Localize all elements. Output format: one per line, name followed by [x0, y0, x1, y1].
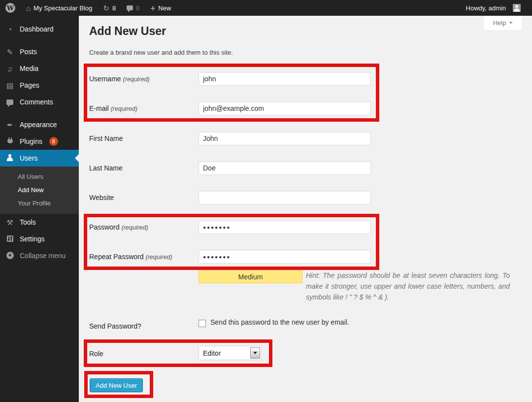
password-strength-meter: Medium: [199, 270, 302, 283]
avatar: [513, 4, 521, 12]
sidebar-item-users[interactable]: Users: [0, 150, 79, 167]
sidebar-item-label: Appearance: [20, 121, 57, 129]
new-content-menu[interactable]: + New: [145, 0, 176, 16]
user-icon: [5, 154, 15, 162]
pushpin-icon: ✎: [5, 48, 15, 56]
wordpress-menu[interactable]: W: [0, 0, 21, 16]
sidebar-item-label: Plugins: [20, 137, 42, 145]
page-title: Add New User: [89, 25, 166, 38]
new-label: New: [158, 4, 171, 12]
updates-count: 8: [112, 4, 116, 12]
sliders-icon: [5, 235, 15, 243]
sidebar-item-label: Media: [20, 65, 38, 72]
current-menu-arrow: [75, 154, 79, 162]
plus-icon: +: [150, 4, 155, 12]
comments-link[interactable]: 0: [121, 0, 145, 16]
role-selected-value: Editor: [203, 349, 221, 357]
sidebar-item-label: Tools: [20, 218, 36, 226]
comments-count: 0: [136, 4, 139, 12]
sidebar-item-tools[interactable]: ⚒ Tools: [0, 214, 79, 231]
role-label: Role: [89, 347, 197, 361]
sidebar-item-appearance[interactable]: ✒ Appearance: [0, 116, 79, 133]
my-account-menu[interactable]: Howdy, admin: [461, 0, 526, 16]
site-name-link[interactable]: ⌂ My Spectacular Blog: [21, 0, 98, 16]
site-name-label: My Spectacular Blog: [33, 4, 92, 12]
website-label: Website: [89, 191, 197, 204]
add-new-user-button[interactable]: Add New User: [90, 378, 143, 392]
send-password-checkbox-label: Send this password to the new user by em…: [210, 318, 349, 326]
submenu-item-add-new[interactable]: Add New: [0, 183, 79, 197]
comments-bubble-icon: [5, 99, 15, 106]
menu-separator: [0, 37, 79, 43]
email-label: E-mail(required): [89, 101, 197, 116]
main-content: Help Add New User Create a brand new use…: [79, 16, 532, 402]
sidebar-item-posts[interactable]: ✎ Posts: [0, 43, 79, 60]
repeat-password-input[interactable]: [199, 250, 371, 264]
sidebar-item-label: Comments: [20, 98, 53, 106]
password-label: Password(required): [89, 220, 197, 234]
help-button[interactable]: Help: [484, 16, 522, 30]
first-name-input[interactable]: [199, 132, 371, 145]
sidebar-item-label: Pages: [20, 81, 39, 89]
submenu-item-your-profile[interactable]: Your Profile: [0, 197, 79, 210]
email-input[interactable]: [199, 101, 371, 115]
brush-icon: ✒: [5, 121, 15, 129]
admin-sidebar: ◔ Dashboard ✎ Posts ♫ Media ▤ Pages Comm…: [0, 16, 79, 402]
admin-bar: W ⌂ My Spectacular Blog ↻ 8 0 + New Howd…: [0, 0, 532, 16]
pages-icon: ▤: [5, 82, 15, 89]
sidebar-item-label: Dashboard: [20, 25, 54, 33]
comment-bubble-icon: [127, 5, 133, 10]
role-select[interactable]: Editor: [199, 346, 262, 360]
sidebar-item-dashboard[interactable]: ◔ Dashboard: [0, 21, 79, 37]
wrench-icon: ⚒: [5, 219, 15, 226]
sidebar-item-plugins[interactable]: Plugins 8: [0, 133, 79, 150]
updates-icon: ↻: [103, 4, 109, 12]
chevron-down-icon: [509, 22, 513, 24]
first-name-label: First Name: [89, 132, 197, 145]
users-submenu: All Users Add New Your Profile: [0, 167, 79, 214]
sidebar-item-settings[interactable]: Settings: [0, 231, 79, 247]
chevron-down-icon: [253, 352, 257, 354]
sidebar-item-media[interactable]: ♫ Media: [0, 60, 79, 77]
sidebar-item-label: Users: [20, 154, 38, 162]
sidebar-item-label: Settings: [20, 235, 45, 243]
home-icon: ⌂: [26, 4, 31, 12]
collapse-menu-button[interactable]: Collapse menu: [0, 247, 79, 264]
website-input[interactable]: [199, 191, 371, 204]
sidebar-item-label: Posts: [20, 48, 37, 56]
select-dropdown-button[interactable]: [250, 347, 260, 359]
howdy-label: Howdy, admin: [466, 4, 506, 12]
menu-separator: [0, 110, 79, 116]
password-input[interactable]: [199, 220, 371, 234]
plug-icon: [5, 137, 15, 145]
dashboard-gauge-icon: ◔: [5, 26, 15, 33]
sidebar-item-comments[interactable]: Comments: [0, 94, 79, 110]
updates-link[interactable]: ↻ 8: [98, 0, 121, 16]
last-name-label: Last Name: [89, 161, 197, 175]
username-input[interactable]: [199, 72, 371, 86]
send-password-checkbox[interactable]: [199, 320, 206, 327]
help-label: Help: [493, 19, 506, 27]
wordpress-logo-icon: W: [5, 3, 15, 13]
page-subtitle: Create a brand new user and add them to …: [89, 49, 233, 56]
last-name-input[interactable]: [199, 161, 371, 175]
username-label: Username(required): [89, 72, 197, 86]
repeat-password-label: Repeat Password(required): [89, 250, 197, 264]
plugins-update-badge: 8: [49, 137, 58, 146]
submenu-item-all-users[interactable]: All Users: [0, 170, 79, 183]
collapse-arrow-icon: [5, 252, 15, 260]
media-icon: ♫: [5, 65, 15, 72]
send-password-label: Send Password?: [89, 319, 197, 333]
collapse-menu-label: Collapse menu: [20, 252, 66, 260]
sidebar-item-pages[interactable]: ▤ Pages: [0, 77, 79, 94]
